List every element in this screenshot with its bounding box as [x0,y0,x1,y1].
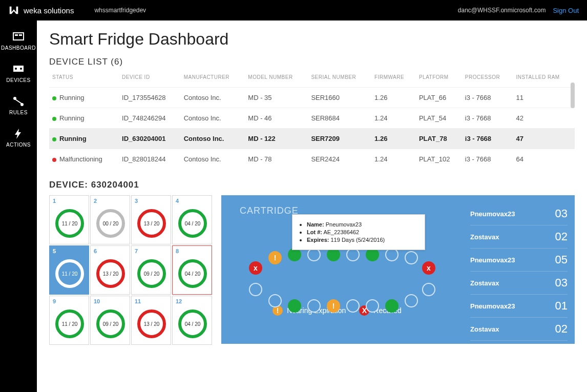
slot[interactable]: 6 13 / 20 [90,245,130,295]
slot-ring: 13 / 20 [96,259,125,288]
sidebar-label: RULES [9,110,28,115]
cartridge-position[interactable]: x [249,261,262,275]
sidebar-label: ACTIONS [6,142,31,148]
slot[interactable]: 4 04 / 20 [172,195,212,244]
sidebar-item-devices[interactable]: DEVICES [0,57,37,89]
sidebar-item-rules[interactable]: RULES [0,89,37,121]
slot[interactable]: 7 09 / 20 [131,245,171,295]
slot[interactable]: 2 00 / 20 [90,195,130,244]
sidebar-label: DASHBOARD [1,45,36,51]
slot-ring: 11 / 20 [55,259,84,288]
slot[interactable]: 10 09 / 20 [90,296,130,345]
slot-grid: 1 11 / 202 00 / 203 13 / 204 04 / 205 11… [49,195,212,345]
slot[interactable]: 8 04 / 20 [172,245,212,295]
slot-number: 12 [176,298,208,304]
inventory-row[interactable]: Zostavax03 [470,272,568,295]
cartridge-oval: Name: Pneumovax23 Lot #: AE_22386462 Exp… [240,222,434,299]
inventory-list[interactable]: Pneumovax2303Zostavax02Pneumovax2305Zost… [470,202,568,344]
brand-name: weka solutions [24,6,74,15]
slot-number: 9 [53,298,86,304]
devices-icon [12,63,25,75]
svg-rect-1 [15,34,18,36]
slot-number: 5 [53,248,86,254]
slot-number: 3 [135,198,167,204]
inventory-row[interactable]: Pneumovax2305 [470,249,568,272]
cartridge-position[interactable] [346,299,360,313]
column-header[interactable]: INSTALLED RAM [513,70,575,88]
slot-ring: 00 / 20 [96,209,125,238]
inventory-row[interactable]: Zostavax04 [470,341,568,344]
svg-rect-2 [19,34,22,36]
cartridge-position[interactable] [249,283,262,296]
cartridge-position[interactable] [366,299,379,313]
cartridge-position[interactable] [422,283,435,296]
svg-point-4 [15,68,17,70]
main-content: Smart Fridge Dashboard DEVICE LIST (6) S… [37,20,587,392]
slot-ring: 09 / 20 [96,310,125,338]
slot-number: 8 [176,248,208,254]
column-header[interactable]: MANUFACTURER [181,70,245,88]
table-scrollbar[interactable] [571,82,575,171]
sidebar-item-dashboard[interactable]: DASHBOARD [0,25,37,57]
column-header[interactable]: STATUS [49,70,119,88]
sidebar-item-actions[interactable]: ACTIONS [0,121,37,154]
page-title: Smart Fridge Dashboard [49,30,575,49]
actions-icon [12,128,25,140]
slot[interactable]: 12 04 / 20 [172,296,212,345]
dashboard-icon [12,31,25,43]
user-email: danc@WHSSF.onmicrosoft.com [458,7,546,14]
device-table-wrap: STATUSDEVICE IDMANUFACTURERMODEL NUMBERS… [49,70,575,171]
slot-number: 11 [135,298,167,304]
brand-logo: weka solutions [8,5,74,16]
slot-number: 10 [94,298,127,304]
slot[interactable]: 1 11 / 20 [49,195,89,244]
cartridge-position[interactable] [268,294,282,307]
slot-number: 4 [176,198,208,204]
tenant-name: whssmartfridgedev [94,7,146,14]
device-list-title: DEVICE LIST (6) [49,57,575,67]
cartridge-position[interactable] [385,299,399,313]
slot[interactable]: 9 11 / 20 [49,296,89,345]
slot-ring: 13 / 20 [137,310,166,338]
slot-number: 6 [94,248,127,254]
column-header[interactable]: DEVICE ID [119,70,181,88]
slot-number: 2 [94,198,127,204]
slot-ring: 09 / 20 [137,259,166,288]
slot[interactable]: 3 13 / 20 [131,195,171,244]
sidebar-label: DEVICES [6,77,30,83]
column-header[interactable]: PLATFORM [416,70,462,88]
cartridge-position[interactable] [405,294,418,307]
slot-ring: 11 / 20 [55,209,84,238]
slot[interactable]: 11 13 / 20 [131,296,171,345]
column-header[interactable]: SERIAL NUMBER [308,70,371,88]
table-row[interactable]: RunningID_748246294Contoso Inc.MD - 46SE… [49,108,575,129]
svg-point-5 [20,68,22,70]
slot-ring: 04 / 20 [178,209,207,238]
cartridge-position[interactable]: ! [268,251,282,264]
cartridge-position[interactable]: ! [327,299,340,313]
weka-logo-icon [8,5,19,16]
table-row[interactable]: MalfunctioningID_828018244Contoso Inc.MD… [49,149,575,170]
inventory-row[interactable]: Pneumovax2301 [470,295,568,318]
rules-icon [12,95,25,108]
column-header[interactable]: PROCESSOR [462,70,513,88]
cartridge-position[interactable] [405,251,418,264]
inventory-row[interactable]: Zostavax02 [470,225,568,249]
table-row[interactable]: RunningID_630204001Contoso Inc.MD - 122S… [49,129,575,149]
column-header[interactable]: MODEL NUMBER [245,70,308,88]
slot-tooltip: Name: Pneumovax23 Lot #: AE_22386462 Exp… [292,214,425,250]
cartridge-position[interactable] [288,299,301,313]
inventory-row[interactable]: Zostavax02 [470,318,568,341]
slot-ring: 04 / 20 [178,310,207,338]
cartridge-position[interactable] [307,299,321,313]
table-row[interactable]: RunningID_173554628Contoso Inc.MD - 35SE… [49,88,575,108]
sign-out-link[interactable]: Sign Out [553,7,579,14]
column-header[interactable]: FIRMWARE [371,70,416,88]
cartridge-position[interactable]: x [422,261,435,275]
slot[interactable]: 5 11 / 20 [49,245,89,295]
scrollbar-thumb[interactable] [571,82,575,108]
slot-number: 7 [135,248,167,254]
slot-number: 1 [53,198,86,204]
inventory-row[interactable]: Pneumovax2303 [470,202,568,225]
device-table: STATUSDEVICE IDMANUFACTURERMODEL NUMBERS… [49,70,575,169]
